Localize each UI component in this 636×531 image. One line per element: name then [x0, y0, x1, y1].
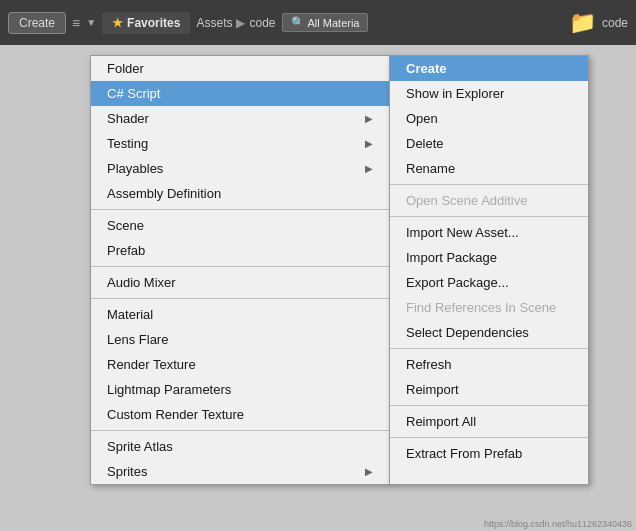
menu-item-label: C# Script — [107, 86, 160, 101]
left-menu-item-assembly[interactable]: Assembly Definition — [91, 181, 389, 206]
right-menu-item-open[interactable]: Open — [390, 106, 588, 131]
menu-item-label: Scene — [107, 218, 144, 233]
favorites-label: Favorites — [127, 16, 180, 30]
menu-separator — [390, 184, 588, 185]
context-menus-container: FolderC# ScriptShader▶Testing▶Playables▶… — [90, 55, 590, 485]
menu-item-label: Sprites — [107, 464, 147, 479]
top-bar: Create ≡ ▼ ★ Favorites Assets ▶ code 🔍 A… — [0, 0, 636, 45]
right-menu-item-rename[interactable]: Rename — [390, 156, 588, 181]
create-button[interactable]: Create — [8, 12, 66, 34]
left-menu-item-playables[interactable]: Playables▶ — [91, 156, 389, 181]
submenu-arrow-icon: ▶ — [365, 138, 373, 149]
right-menu-item-import_package[interactable]: Import Package — [390, 245, 588, 270]
menu-item-label: Shader — [107, 111, 149, 126]
left-menu-item-material[interactable]: Material — [91, 302, 389, 327]
hamburger-icon: ≡ — [72, 15, 80, 31]
right-menu-item-refresh[interactable]: Refresh — [390, 352, 588, 377]
right-menu-item-import_new_asset[interactable]: Import New Asset... — [390, 220, 588, 245]
folder-icon: 📁 — [569, 10, 596, 36]
left-menu-item-scene[interactable]: Scene — [91, 213, 389, 238]
left-menu-item-audiomixer[interactable]: Audio Mixer — [91, 270, 389, 295]
menu-separator — [91, 209, 389, 210]
all-materials-label: All Materia — [308, 17, 360, 29]
file-area: 📁 code — [569, 10, 628, 36]
submenu-arrow-icon: ▶ — [365, 113, 373, 124]
menu-item-label: Show in Explorer — [406, 86, 504, 101]
menu-item-label: Export Package... — [406, 275, 509, 290]
menu-item-label: Extract From Prefab — [406, 446, 522, 461]
menu-item-label: Reimport — [406, 382, 459, 397]
menu-item-label: Create — [406, 61, 446, 76]
star-icon: ★ — [112, 16, 123, 30]
submenu-arrow-icon: ▶ — [365, 466, 373, 477]
left-menu-item-lightmapparams[interactable]: Lightmap Parameters — [91, 377, 389, 402]
left-menu-item-lensflare[interactable]: Lens Flare — [91, 327, 389, 352]
right-menu-item-delete[interactable]: Delete — [390, 131, 588, 156]
context-menu-left: FolderC# ScriptShader▶Testing▶Playables▶… — [90, 55, 390, 485]
menu-item-label: Import Package — [406, 250, 497, 265]
left-menu-item-folder[interactable]: Folder — [91, 56, 389, 81]
right-menu-item-extract_prefab[interactable]: Extract From Prefab — [390, 441, 588, 466]
menu-item-label: Testing — [107, 136, 148, 151]
menu-item-label: Sprite Atlas — [107, 439, 173, 454]
menu-item-label: Refresh — [406, 357, 452, 372]
watermark: https://blog.csdn.net/hu11262340436 — [484, 519, 632, 529]
left-menu-item-prefab[interactable]: Prefab — [91, 238, 389, 263]
file-code-label: code — [602, 16, 628, 30]
menu-separator — [390, 405, 588, 406]
menu-item-label: Rename — [406, 161, 455, 176]
right-menu-item-select_dependencies[interactable]: Select Dependencies — [390, 320, 588, 345]
left-menu-item-csharp[interactable]: C# Script — [91, 81, 389, 106]
all-materials-area[interactable]: 🔍 All Materia — [282, 13, 369, 32]
menu-item-label: Delete — [406, 136, 444, 151]
menu-separator — [390, 216, 588, 217]
code-label: code — [249, 16, 275, 30]
menu-item-label: Playables — [107, 161, 163, 176]
right-menu-item-create[interactable]: Create — [390, 56, 588, 81]
menu-item-label: Lightmap Parameters — [107, 382, 231, 397]
context-menu-right: CreateShow in ExplorerOpenDeleteRenameOp… — [389, 55, 589, 485]
submenu-arrow-icon: ▶ — [365, 163, 373, 174]
assets-breadcrumb: Assets ▶ code — [196, 16, 275, 30]
menu-item-label: Folder — [107, 61, 144, 76]
menu-item-label: Render Texture — [107, 357, 196, 372]
menu-item-label: Lens Flare — [107, 332, 168, 347]
right-menu-item-open_scene_additive: Open Scene Additive — [390, 188, 588, 213]
menu-item-label: Prefab — [107, 243, 145, 258]
left-menu-item-customrender[interactable]: Custom Render Texture — [91, 402, 389, 427]
menu-item-label: Import New Asset... — [406, 225, 519, 240]
left-menu-item-sprites[interactable]: Sprites▶ — [91, 459, 389, 484]
search-icon: 🔍 — [291, 16, 305, 29]
menu-separator — [390, 437, 588, 438]
menu-item-label: Reimport All — [406, 414, 476, 429]
right-menu-item-find_references: Find References In Scene — [390, 295, 588, 320]
dropdown-arrow: ▼ — [86, 17, 96, 28]
menu-item-label: Custom Render Texture — [107, 407, 244, 422]
menu-item-label: Material — [107, 307, 153, 322]
menu-separator — [91, 298, 389, 299]
left-menu-item-rendertexture[interactable]: Render Texture — [91, 352, 389, 377]
menu-item-label: Open Scene Additive — [406, 193, 527, 208]
menu-separator — [91, 266, 389, 267]
right-menu-item-show_explorer[interactable]: Show in Explorer — [390, 81, 588, 106]
menu-item-label: Select Dependencies — [406, 325, 529, 340]
menu-item-label: Audio Mixer — [107, 275, 176, 290]
menu-item-label: Assembly Definition — [107, 186, 221, 201]
left-menu-item-shader[interactable]: Shader▶ — [91, 106, 389, 131]
right-menu-item-reimport[interactable]: Reimport — [390, 377, 588, 402]
left-menu-item-spriteatlas[interactable]: Sprite Atlas — [91, 434, 389, 459]
left-menu-item-testing[interactable]: Testing▶ — [91, 131, 389, 156]
menu-item-label: Open — [406, 111, 438, 126]
breadcrumb-arrow-icon: ▶ — [236, 16, 245, 30]
right-menu-item-export_package[interactable]: Export Package... — [390, 270, 588, 295]
menu-separator — [91, 430, 389, 431]
right-menu-item-reimport_all[interactable]: Reimport All — [390, 409, 588, 434]
favorites-tab[interactable]: ★ Favorites — [102, 12, 190, 34]
menu-separator — [390, 348, 588, 349]
menu-item-label: Find References In Scene — [406, 300, 556, 315]
assets-label: Assets — [196, 16, 232, 30]
